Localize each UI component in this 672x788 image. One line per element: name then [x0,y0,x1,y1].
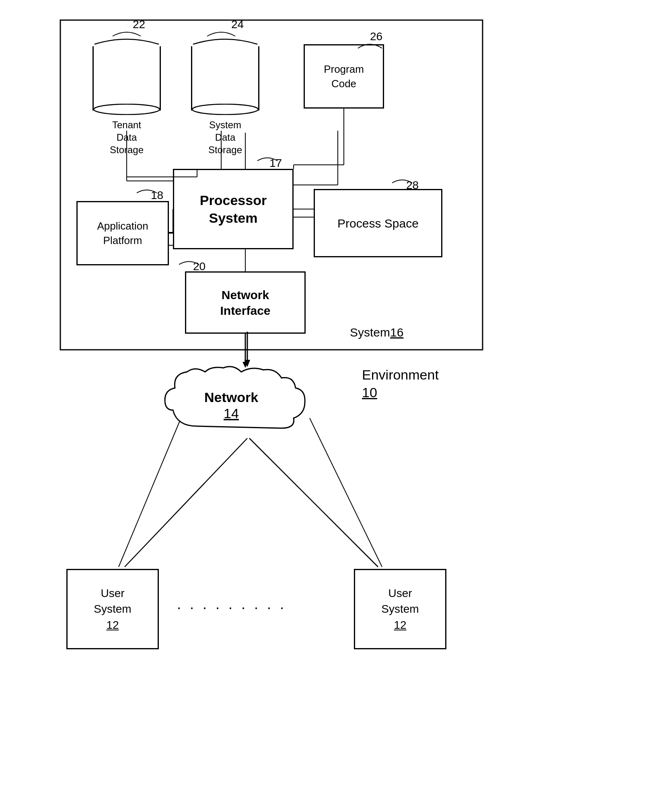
dots-separator: · · · · · · · · · [177,599,286,616]
net-iface-ref-curve [179,257,203,267]
svg-text:Network: Network [204,390,258,405]
environment-num: 10 [362,384,439,401]
user-system-right-label: User System 12 [381,585,419,633]
application-platform-label: Application Platform [97,219,148,248]
system-storage-ref: 24 [231,18,244,31]
processor-system-label: Processor System [200,191,267,227]
ni-to-network-arrow [237,332,257,368]
process-space-label: Process Space [337,215,419,231]
tenant-cylinder-bottom [92,104,161,115]
svg-line-21 [125,438,247,567]
processor-ref-curve [257,153,282,163]
tenant-cylinder-body [92,46,161,111]
system16-num: 16 [390,326,403,339]
program-code-label: Program Code [324,62,364,91]
system-cylinder-bottom [191,104,259,115]
network-to-users-lines [72,434,434,571]
tenant-storage-ref: 22 [133,18,145,31]
svg-point-15 [94,104,160,115]
user-system-left: User System 12 [66,569,159,649]
svg-line-22 [249,438,378,567]
system-storage-label: System Data Storage [191,119,259,156]
diagram-container: 22 Tenant Data Storage 24 System Data St… [48,12,623,776]
user-system-left-label: User System 12 [94,585,131,633]
system-cylinder-top-curve [191,34,259,46]
application-platform-box: Application Platform [76,201,169,265]
process-space-box: Process Space [314,189,442,257]
cloud-svg: Network 14 [157,362,338,442]
network-cloud: Network 14 [157,362,338,442]
processor-system-box: Processor System [173,169,294,249]
process-space-ref-curve [392,175,416,185]
tenant-cylinder-top-curve [92,34,161,46]
app-platform-ref-curve [137,185,161,195]
program-code-bracket [358,38,390,50]
svg-text:14: 14 [224,406,239,421]
system-cylinder-body [191,46,259,111]
system-storage: 24 System Data Storage [191,34,259,156]
svg-point-16 [192,104,258,115]
system16-label: System16 [350,326,403,339]
environment-label: Environment 10 [362,366,439,401]
network-interface-label: Network Interface [220,287,270,318]
tenant-storage-label: Tenant Data Storage [92,119,161,156]
svg-marker-20 [245,360,250,367]
network-interface-box: Network Interface [185,271,306,334]
tenant-storage: 22 Tenant Data Storage [92,34,161,156]
user-system-right: User System 12 [354,569,446,649]
program-code-box: Program Code [304,44,384,109]
